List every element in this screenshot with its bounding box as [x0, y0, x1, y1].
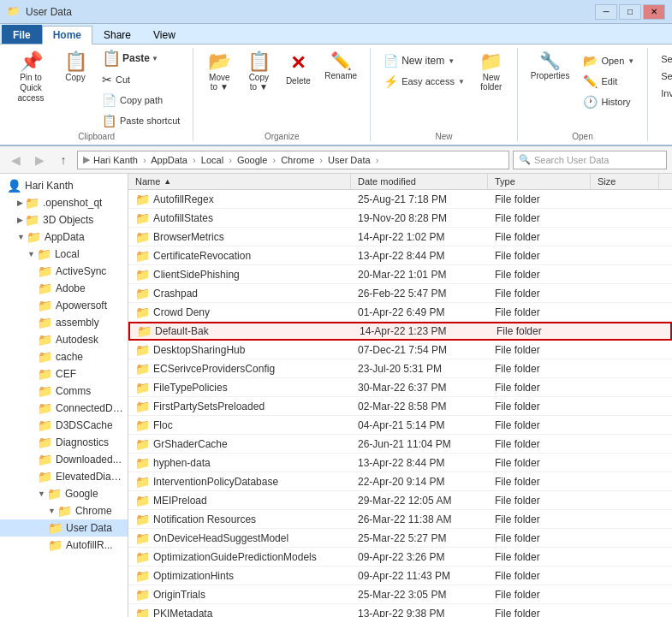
open-button[interactable]: 📂 Open ▼	[577, 51, 640, 70]
table-row[interactable]: 📁InterventionPolicyDatabase22-Apr-20 9:1…	[128, 472, 672, 491]
table-row[interactable]: 📁FileTypePolicies30-Mar-22 6:37 PMFile f…	[128, 378, 672, 397]
column-size[interactable]: Size	[591, 174, 659, 189]
tab-home[interactable]: Home	[42, 26, 92, 44]
sidebar-item-userdata[interactable]: 📁 User Data	[0, 519, 128, 537]
table-row[interactable]: 📁FirstPartySetsPreloaded02-Mar-22 8:58 P…	[128, 397, 672, 416]
sidebar-item-elevateddiag[interactable]: 📁 ElevatedDiag...	[0, 468, 128, 485]
sidebar-item-apowersoft[interactable]: 📁 Apowersoft	[0, 297, 128, 314]
column-date[interactable]: Date modified	[351, 174, 488, 189]
tab-view[interactable]: View	[142, 25, 187, 44]
maximize-button[interactable]: □	[619, 4, 641, 20]
table-row[interactable]: 📁BrowserMetrics14-Apr-22 1:02 PMFile fol…	[128, 228, 672, 246]
sidebar-item-chrome[interactable]: ▼ 📁 Chrome	[0, 502, 128, 519]
copy-button[interactable]: 📋 Copy	[56, 48, 94, 86]
column-type[interactable]: Type	[488, 174, 591, 189]
table-row[interactable]: 📁Default-Bak14-Apr-22 1:23 PMFile folder	[128, 322, 672, 341]
cut-button[interactable]: ✂ Cut	[96, 70, 186, 89]
paste-dropdown-arrow: ▼	[152, 55, 158, 62]
copy-path-button[interactable]: 📄 Copy path	[96, 91, 186, 110]
sidebar-item-comms[interactable]: 📁 Comms	[0, 383, 128, 400]
tab-share[interactable]: Share	[92, 25, 142, 44]
table-row[interactable]: 📁hyphen-data13-Apr-22 8:44 PMFile folder	[128, 454, 672, 472]
search-bar[interactable]: 🔍 Search User Data	[513, 151, 667, 169]
table-row[interactable]: 📁PKIMetadata13-Apr-22 9:38 PMFile folder	[128, 604, 672, 617]
title-bar: 📁 User Data ─ □ ✕	[0, 0, 672, 24]
table-row[interactable]: 📁Notification Resources26-Mar-22 11:38 A…	[128, 510, 672, 529]
sidebar-item-openshot[interactable]: ▶ 📁 .openshot_qt	[0, 194, 128, 211]
new-folder-button[interactable]: 📁 Newfolder	[473, 48, 510, 96]
table-row[interactable]: 📁GrShaderCache26-Jun-21 11:04 PMFile fol…	[128, 435, 672, 454]
table-row[interactable]: 📁AutofillRegex25-Aug-21 7:18 PMFile fold…	[128, 190, 672, 209]
sidebar-item-adobe[interactable]: 📁 Adobe	[0, 280, 128, 297]
close-button[interactable]: ✕	[643, 4, 665, 20]
edit-button[interactable]: ✏️ Edit	[577, 72, 640, 91]
table-row[interactable]: 📁DesktopSharingHub07-Dec-21 7:54 PMFile …	[128, 341, 672, 359]
sidebar-item-activesync[interactable]: 📁 ActiveSync	[0, 263, 128, 280]
move-to-button[interactable]: 📂 Moveto ▼	[200, 48, 238, 96]
table-row[interactable]: 📁Floc04-Apr-21 5:14 PMFile folder	[128, 416, 672, 435]
file-size-cell	[591, 406, 659, 407]
properties-button[interactable]: 🔧 Properties	[525, 48, 576, 85]
easy-access-button[interactable]: ⚡ Easy access ▼	[378, 72, 471, 91]
pin-to-quick-access-button[interactable]: 📌 Pin to Quick access	[7, 48, 55, 108]
table-row[interactable]: 📁AutofillStates19-Nov-20 8:28 PMFile fol…	[128, 209, 672, 228]
sidebar-item-3d[interactable]: ▶ 📁 3D Objects	[0, 211, 128, 228]
sidebar-item-autodesk[interactable]: 📁 Autodesk	[0, 331, 128, 348]
sidebar-item-local[interactable]: ▼ 📁 Local	[0, 246, 128, 263]
up-button[interactable]: ↑	[53, 150, 74, 170]
file-size-cell	[591, 462, 659, 464]
sidebar-item-cache[interactable]: 📁 cache	[0, 348, 128, 365]
folder-icon: 📁	[48, 538, 62, 552]
minimize-button[interactable]: ─	[595, 4, 617, 20]
paste-button[interactable]: 📋 Paste ▼	[96, 48, 186, 68]
sidebar-item-assembly[interactable]: 📁 assembly	[0, 314, 128, 331]
table-row[interactable]: 📁ClientSidePhishing20-Mar-22 1:01 PMFile…	[128, 265, 672, 284]
table-row[interactable]: 📁Crowd Deny01-Apr-22 6:49 PMFile folder	[128, 303, 672, 322]
column-name[interactable]: Name ▲	[128, 174, 351, 189]
file-type-cell: File folder	[488, 588, 591, 602]
window-icon: 📁	[7, 5, 21, 19]
paste-shortcut-button[interactable]: 📋 Paste shortcut	[96, 111, 186, 130]
address-bar[interactable]: ▶ Hari Kanth › AppData › Local › Google …	[77, 151, 509, 169]
folder-icon: 📁	[38, 316, 52, 329]
table-row[interactable]: 📁OriginTrials25-Mar-22 3:05 PMFile folde…	[128, 585, 672, 604]
table-row[interactable]: 📁CertificateRevocation13-Apr-22 8:44 PMF…	[128, 246, 672, 265]
table-row[interactable]: 📁MEIPreload29-Mar-22 12:05 AMFile folder	[128, 491, 672, 510]
new-item-button[interactable]: 📄 New item ▼	[378, 51, 471, 70]
back-button[interactable]: ◀	[5, 150, 26, 170]
file-type-cell: File folder	[488, 437, 591, 451]
sidebar-label: ElevatedDiag...	[56, 471, 124, 483]
sidebar-item-autofillr[interactable]: 📁 AutofillR...	[0, 537, 128, 554]
copy-to-button[interactable]: 📋 Copyto ▼	[240, 48, 277, 96]
select-all-button[interactable]: Select all	[655, 51, 672, 67]
invert-selection-button[interactable]: Invert selection	[655, 86, 672, 101]
rename-button[interactable]: ✏️ Rename	[318, 48, 363, 85]
folder-icon: 📁	[135, 531, 150, 545]
table-row[interactable]: 📁Crashpad26-Feb-22 5:47 PMFile folder	[128, 284, 672, 303]
history-button[interactable]: 🕐 History	[577, 92, 640, 111]
table-row[interactable]: 📁OptimizationGuidePredictionModels09-Apr…	[128, 548, 672, 567]
open-group: 🔧 Properties 📂 Open ▼ ✏️ Edit 🕐 History	[518, 48, 648, 141]
delete-button[interactable]: ✕ Delete	[279, 48, 317, 90]
sidebar-item-downloaded[interactable]: 📁 Downloaded...	[0, 451, 128, 468]
sidebar-item-user[interactable]: 👤 Hari Kanth	[0, 177, 128, 194]
table-row[interactable]: 📁ECSerivceProvidersConfig23-Jul-20 5:31 …	[128, 359, 672, 378]
table-row[interactable]: 📁OnDeviceHeadSuggestModel25-Mar-22 5:27 …	[128, 529, 672, 548]
sidebar-item-google[interactable]: ▼ 📁 Google	[0, 485, 128, 502]
sidebar-item-appdata[interactable]: ▼ 📁 AppData	[0, 228, 128, 246]
select-none-button[interactable]: Select none	[655, 68, 672, 84]
forward-button[interactable]: ▶	[29, 150, 50, 170]
file-name-cell: 📁Floc	[128, 418, 351, 433]
sidebar-item-d3dscache[interactable]: 📁 D3DSCache	[0, 417, 128, 434]
tab-file[interactable]: File	[2, 25, 42, 44]
file-name: MEIPreload	[153, 495, 207, 507]
file-size-cell	[591, 199, 659, 200]
sidebar-item-connectedde[interactable]: 📁 ConnectedDe...	[0, 400, 128, 417]
sidebar-item-diagnostics[interactable]: 📁 Diagnostics	[0, 434, 128, 451]
table-row[interactable]: 📁OptimizationHints09-Apr-22 11:43 PMFile…	[128, 567, 672, 585]
file-name: ClientSidePhishing	[153, 269, 240, 281]
folder-icon: 📁	[135, 362, 150, 376]
sidebar-item-cef[interactable]: 📁 CEF	[0, 365, 128, 383]
file-type-cell: File folder	[488, 456, 591, 470]
file-name-cell: 📁CertificateRevocation	[128, 248, 351, 264]
